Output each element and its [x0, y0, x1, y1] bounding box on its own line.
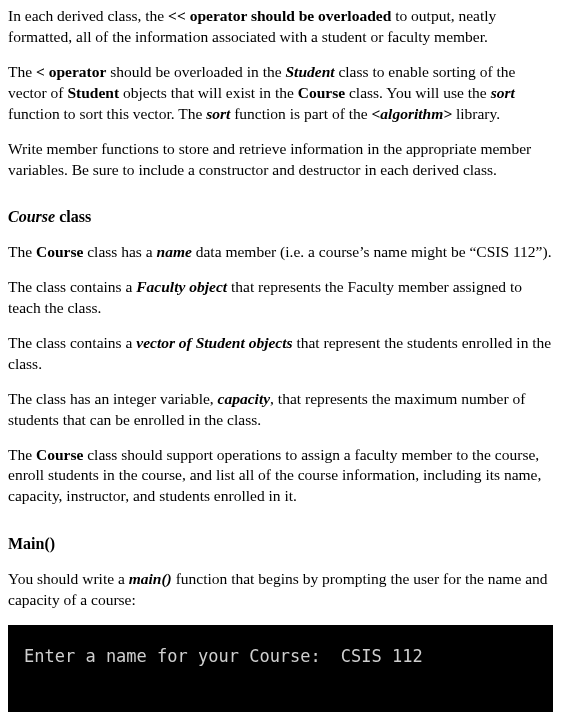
- terminal-output: Enter a name for your Course:CSIS 112 Wh…: [8, 625, 553, 712]
- paragraph-faculty-object: The class contains a Faculty object that…: [8, 277, 553, 319]
- text: objects that will exist in the: [119, 84, 298, 101]
- bolditalic-text: capacity: [218, 390, 271, 407]
- text: function is part of the: [230, 105, 371, 122]
- paragraph-member-functions: Write member functions to store and retr…: [8, 139, 553, 181]
- paragraph-student-vector: The class contains a vector of Student o…: [8, 333, 553, 375]
- text: should be overloaded in the: [106, 63, 285, 80]
- text: In each derived class, the: [8, 7, 168, 24]
- bolditalic-text: name: [157, 243, 192, 260]
- text: library.: [452, 105, 500, 122]
- bold-text: Course: [36, 243, 83, 260]
- terminal-answer: CSIS 112: [341, 646, 423, 666]
- terminal-prompt: Enter a name for your Course:: [24, 646, 321, 666]
- heading-plain: class: [55, 208, 91, 225]
- heading-main: Main(): [8, 533, 553, 555]
- bold-text: Course: [36, 446, 83, 463]
- paragraph-main-desc: You should write a main() function that …: [8, 569, 553, 611]
- text: The class contains a: [8, 278, 136, 295]
- paragraph-course-name: The Course class has a name data member …: [8, 242, 553, 263]
- bolditalic-text: Student: [285, 63, 334, 80]
- heading-course-class: Course class: [8, 206, 553, 228]
- paragraph-capacity: The class has an integer variable, capac…: [8, 389, 553, 431]
- terminal-line-2: What is the maximum capacity for your Co…: [24, 709, 537, 713]
- text: The class contains a: [8, 334, 136, 351]
- heading-italic: Course: [8, 208, 55, 225]
- text: The class has an integer variable,: [8, 390, 218, 407]
- text: The: [8, 243, 36, 260]
- bolditalic-text: <algorithm>: [372, 105, 453, 122]
- text: class has a: [83, 243, 156, 260]
- bold-text: Student: [67, 84, 119, 101]
- bolditalic-text: Faculty object: [136, 278, 227, 295]
- bolditalic-text: vector of Student objects: [136, 334, 292, 351]
- text: The: [8, 446, 36, 463]
- text: You should write a: [8, 570, 129, 587]
- bold-text: << operator should be overloaded: [168, 7, 391, 24]
- bolditalic-text: main(): [129, 570, 172, 587]
- terminal-line-1: Enter a name for your Course:CSIS 112: [24, 645, 537, 669]
- bold-text: < operator: [36, 63, 106, 80]
- paragraph-operator-lt: The < operator should be overloaded in t…: [8, 62, 553, 125]
- bolditalic-text: sort: [491, 84, 515, 101]
- text: The: [8, 63, 36, 80]
- text: data member (i.e. a course’s name might …: [192, 243, 552, 260]
- text: class should support operations to assig…: [8, 446, 541, 505]
- text: function to sort this vector. The: [8, 105, 206, 122]
- bolditalic-text: sort: [206, 105, 230, 122]
- text: class. You will use the: [345, 84, 491, 101]
- bold-text: Course: [298, 84, 345, 101]
- paragraph-course-operations: The Course class should support operatio…: [8, 445, 553, 508]
- paragraph-operator-output: In each derived class, the << operator s…: [8, 6, 553, 48]
